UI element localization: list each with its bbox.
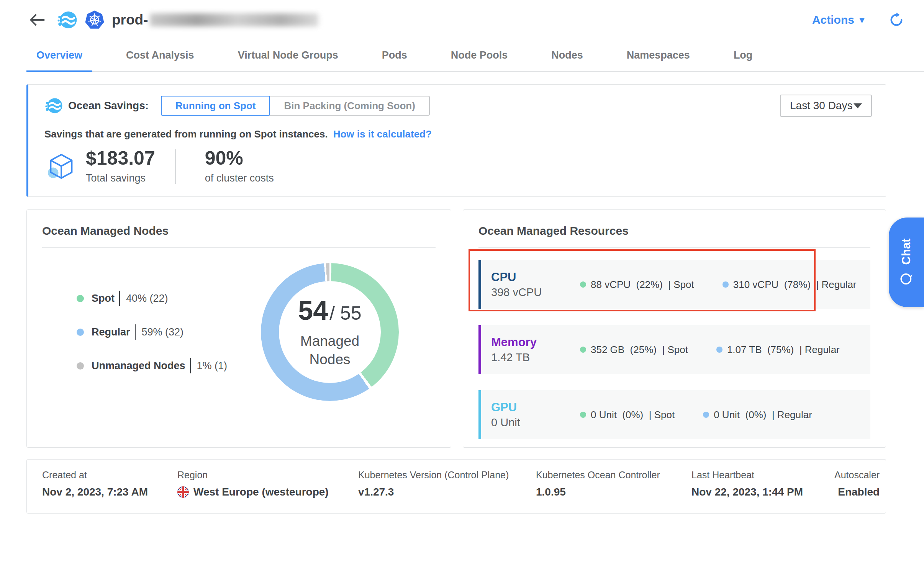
last-heartbeat-label: Last Heartbeat (691, 469, 834, 481)
regular-dot-icon (703, 412, 709, 418)
memory-total: 1.42 TB (491, 352, 580, 363)
region-label: Region (177, 469, 358, 481)
ocean-logo-icon (57, 10, 77, 30)
tab-pods[interactable]: Pods (372, 40, 417, 72)
legend-item-regular[interactable]: Regular 59% (32) (77, 324, 227, 340)
chevron-down-icon: ▾ (860, 15, 864, 25)
chat-bubble-icon (899, 272, 914, 286)
regular-dot-icon (716, 347, 722, 353)
autoscaler-status: Enabled (834, 486, 880, 498)
savings-cube-icon (46, 151, 77, 182)
tab-namespaces[interactable]: Namespaces (617, 40, 700, 72)
managed-nodes-center-label: Managed Nodes (288, 332, 372, 369)
memory-label: Memory (491, 336, 580, 348)
memory-spot-stat: 352 GB (25%) | Spot (580, 344, 688, 356)
back-button[interactable] (28, 12, 46, 28)
ocean-controller-value: 1.0.95 (536, 486, 691, 498)
tab-virtual-node-groups[interactable]: Virtual Node Groups (228, 40, 348, 72)
running-on-spot-toggle[interactable]: Running on Spot (161, 96, 270, 116)
cluster-name-redacted (150, 13, 318, 26)
spot-dot-icon (580, 281, 586, 288)
ocean-managed-nodes-card: Ocean Managed Nodes Spot 40% (22) Regula… (26, 209, 451, 448)
cluster-cost-percent-value: 90% (205, 149, 274, 168)
legend-item-unmanaged[interactable]: Unmanaged Nodes 1% (1) (77, 358, 227, 373)
cpu-regular-stat: 310 vCPU (78%) | Regular (722, 279, 857, 291)
k8s-version-label: Kubernetes Version (Control Plane) (358, 469, 536, 481)
dropdown-caret-icon (854, 103, 862, 108)
uk-flag-icon (177, 486, 189, 498)
resource-row-cpu: CPU 398 vCPU 88 vCPU (22%) | Spot 310 vC… (478, 260, 870, 309)
donut-center: 54 / 55 Managed Nodes (279, 281, 381, 383)
cpu-label: CPU (491, 271, 580, 283)
divider (42, 247, 436, 248)
regular-dot-icon (722, 281, 729, 288)
cluster-cost-percent-label: of cluster costs (205, 172, 274, 184)
tab-nodes[interactable]: Nodes (541, 40, 593, 72)
actions-menu-button[interactable]: Actions ▾ (812, 13, 864, 26)
tab-log[interactable]: Log (724, 40, 762, 72)
ocean-savings-banner: Ocean Savings: Running on Spot Bin Packi… (26, 84, 886, 197)
refresh-button[interactable] (889, 12, 904, 28)
ocean-savings-label: Ocean Savings: (68, 100, 149, 112)
memory-regular-stat: 1.07 TB (75%) | Regular (716, 344, 840, 356)
managed-resources-title: Ocean Managed Resources (478, 210, 870, 237)
unmanaged-dot-icon (77, 362, 84, 370)
chat-label: Chat (899, 239, 913, 265)
cpu-spot-stat: 88 vCPU (22%) | Spot (580, 279, 694, 291)
resource-row-gpu: GPU 0 Unit 0 Unit (0%) | Spot 0 Unit (0%… (478, 390, 870, 439)
total-savings-value: $183.07 (86, 149, 155, 168)
gpu-regular-stat: 0 Unit (0%) | Regular (703, 409, 812, 421)
spot-dot-icon (580, 347, 586, 353)
period-select[interactable]: Last 30 Days (780, 95, 872, 117)
created-at-value: Nov 2, 2023, 7:23 AM (42, 486, 177, 498)
gpu-accent-bar (478, 390, 481, 439)
resource-row-memory: Memory 1.42 TB 352 GB (25%) | Spot 1.07 … (478, 325, 870, 374)
tab-node-pools[interactable]: Node Pools (441, 40, 518, 72)
managed-nodes-total: / 55 (329, 302, 361, 324)
gpu-total: 0 Unit (491, 417, 580, 428)
last-heartbeat-value: Nov 22, 2023, 1:44 PM (691, 486, 834, 498)
kubernetes-logo-icon (84, 10, 105, 30)
arrow-left-icon (28, 12, 46, 28)
legend-item-spot[interactable]: Spot 40% (22) (77, 291, 227, 306)
autoscaler-label: Autoscaler (834, 469, 880, 481)
created-at-label: Created at (42, 469, 177, 481)
cpu-total: 398 vCPU (491, 287, 580, 298)
spot-dot-icon (580, 412, 586, 418)
bin-packing-toggle[interactable]: Bin Packing (Coming Soon) (269, 96, 429, 116)
spot-dot-icon (77, 295, 84, 302)
tab-bar: Overview Cost Analysis Virtual Node Grou… (26, 40, 924, 72)
chat-button[interactable]: Chat (889, 218, 924, 307)
cpu-accent-bar (478, 260, 481, 309)
k8s-version-value: v1.27.3 (358, 486, 536, 498)
divider (175, 149, 176, 184)
regular-dot-icon (77, 329, 84, 336)
page-title: prod- (112, 12, 318, 28)
tab-cost-analysis[interactable]: Cost Analysis (116, 40, 204, 72)
managed-nodes-count: 54 (298, 295, 328, 326)
cluster-name-prefix: prod- (112, 12, 148, 28)
savings-toggle-group: Running on Spot Bin Packing (Coming Soon… (161, 96, 430, 116)
gpu-label: GPU (491, 401, 580, 413)
total-savings-label: Total savings (86, 172, 155, 184)
savings-description: Savings that are generated from running … (44, 128, 328, 140)
memory-accent-bar (478, 325, 481, 374)
top-bar: prod- Actions ▾ (0, 0, 924, 40)
ocean-savings-icon (44, 97, 63, 115)
cluster-info-footer: Created at Nov 2, 2023, 7:23 AM Region W… (26, 459, 886, 514)
tab-overview[interactable]: Overview (26, 40, 92, 72)
actions-label: Actions (812, 13, 854, 26)
region-value: West Europe (westeurope) (177, 486, 358, 498)
divider (478, 247, 870, 248)
gpu-spot-stat: 0 Unit (0%) | Spot (580, 409, 675, 421)
period-select-value: Last 30 Days (790, 100, 852, 112)
how-calculated-link[interactable]: How is it calculated? (333, 128, 432, 140)
managed-nodes-title: Ocean Managed Nodes (42, 210, 436, 237)
donut-legend: Spot 40% (22) Regular 59% (32) Unmanaged… (77, 291, 227, 373)
managed-nodes-donut-chart: 54 / 55 Managed Nodes (261, 263, 399, 401)
ocean-managed-resources-card: Ocean Managed Resources CPU 398 vCPU (463, 209, 886, 448)
ocean-controller-label: Kubernetes Ocean Controller (536, 469, 691, 481)
